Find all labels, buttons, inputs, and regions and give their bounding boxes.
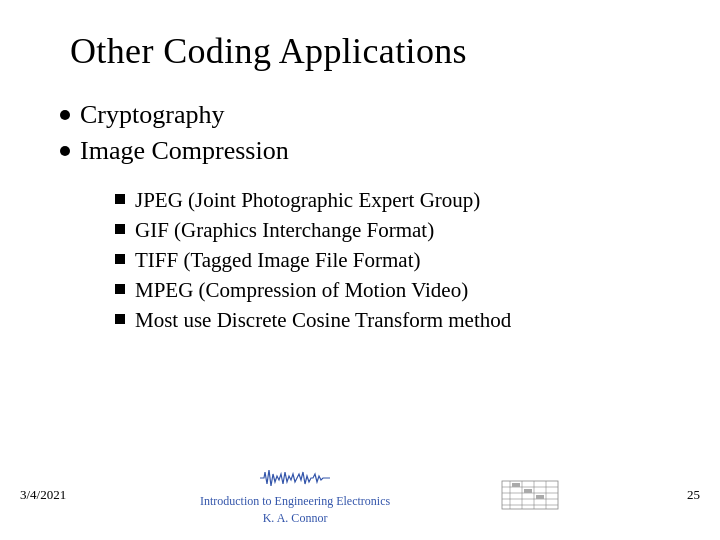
bullet-dot-2: [60, 146, 70, 156]
sub-bullet-1: JPEG (Joint Photographic Expert Group): [115, 188, 660, 213]
waveform-icon: [260, 464, 330, 492]
sub-bullet-4: MPEG (Compression of Motion Video): [115, 278, 660, 303]
sub-bullet-list: JPEG (Joint Photographic Expert Group) G…: [115, 188, 660, 338]
footer-date: 3/4/2021: [20, 487, 90, 503]
main-bullet-1: Cryptography: [60, 100, 660, 130]
sub-bullet-3: TIFF (Tagged Image File Format): [115, 248, 660, 273]
slide-footer: 3/4/2021 Introduction to Engineering Ele…: [0, 464, 720, 526]
main-bullet-list: Cryptography Image Compression: [60, 100, 660, 172]
footer-center: Introduction to Engineering Electronics …: [200, 464, 390, 526]
sub-square-3: [115, 254, 125, 264]
circuit-icon: [500, 477, 560, 513]
sub-square-5: [115, 314, 125, 324]
sub-bullet-2: GIF (Graphics Interchange Format): [115, 218, 660, 243]
svg-rect-9: [512, 483, 520, 487]
sub-bullet-5: Most use Discrete Cosine Transform metho…: [115, 308, 660, 333]
footer-page-number: 25: [670, 487, 700, 503]
svg-rect-11: [536, 495, 544, 499]
footer-course-line1: Introduction to Engineering Electronics: [200, 494, 390, 509]
sub-square-4: [115, 284, 125, 294]
sub-square-2: [115, 224, 125, 234]
sub-square-1: [115, 194, 125, 204]
main-bullet-2: Image Compression: [60, 136, 660, 166]
svg-rect-10: [524, 489, 532, 493]
slide: Other Coding Applications Cryptography I…: [0, 0, 720, 540]
footer-course-line2: K. A. Connor: [263, 511, 328, 526]
bullet-dot-1: [60, 110, 70, 120]
slide-title: Other Coding Applications: [60, 30, 660, 72]
